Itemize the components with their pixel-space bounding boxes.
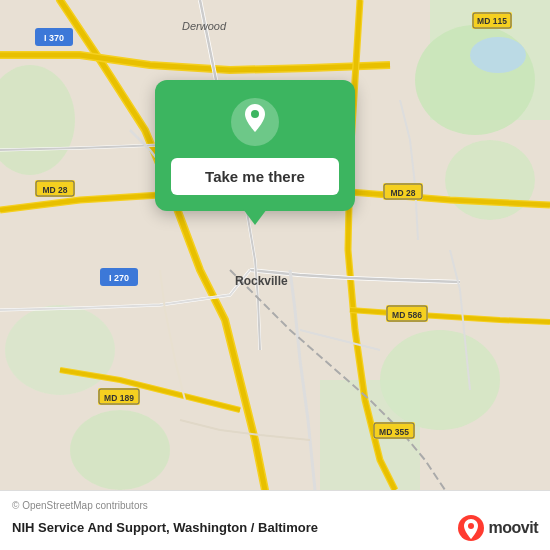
popup-card: Take me there <box>155 80 355 211</box>
svg-point-1 <box>415 25 535 135</box>
moovit-logo-icon <box>457 514 485 542</box>
bottom-bar: © OpenStreetMap contributors NIH Service… <box>0 490 550 550</box>
svg-point-2 <box>445 140 535 220</box>
svg-text:MD 189: MD 189 <box>104 393 134 403</box>
svg-text:MD 28: MD 28 <box>42 185 67 195</box>
svg-point-4 <box>70 410 170 490</box>
osm-attribution: © OpenStreetMap contributors <box>12 500 538 511</box>
svg-text:Derwood: Derwood <box>182 20 227 32</box>
take-me-there-button[interactable]: Take me there <box>171 158 339 195</box>
svg-point-33 <box>251 110 259 118</box>
destination-row: NIH Service And Support, Washington / Ba… <box>12 514 538 542</box>
svg-point-3 <box>5 305 115 395</box>
svg-point-6 <box>0 65 75 175</box>
location-icon-wrapper <box>231 98 279 146</box>
svg-text:MD 28: MD 28 <box>390 188 415 198</box>
map-svg: I 370 MD 115 MD 28 MD 28 I 270 MD 586 MD… <box>0 0 550 490</box>
destination-name: NIH Service And Support, Washington / Ba… <box>12 520 318 535</box>
svg-text:MD 115: MD 115 <box>477 16 507 26</box>
svg-point-35 <box>468 523 474 529</box>
svg-text:MD 355: MD 355 <box>379 427 409 437</box>
svg-text:I 370: I 370 <box>44 33 64 43</box>
svg-text:I 270: I 270 <box>109 273 129 283</box>
location-pin-icon <box>241 104 269 140</box>
svg-text:Rockville: Rockville <box>235 274 288 288</box>
moovit-logo: moovit <box>457 514 538 542</box>
moovit-brand-name: moovit <box>489 519 538 537</box>
svg-point-8 <box>470 37 526 73</box>
map-container: I 370 MD 115 MD 28 MD 28 I 270 MD 586 MD… <box>0 0 550 490</box>
svg-text:MD 586: MD 586 <box>392 310 422 320</box>
